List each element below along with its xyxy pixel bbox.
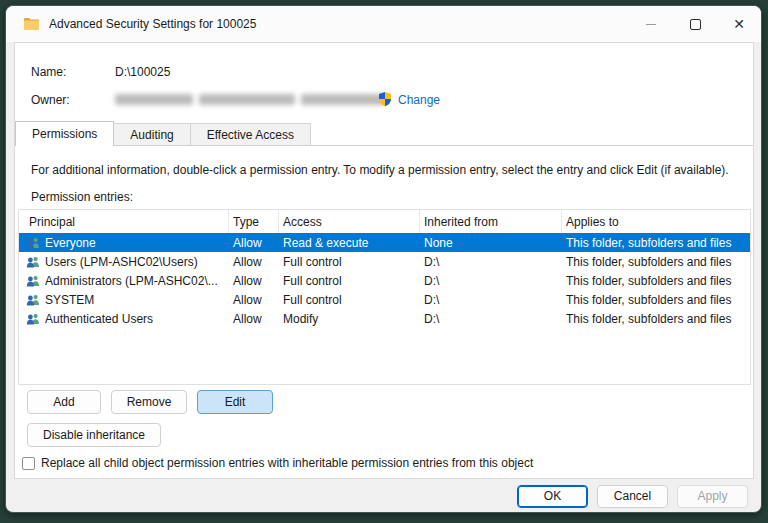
cell-type: Allow [229,271,279,290]
window-controls: ✕ [629,6,761,42]
cell-access: Full control [279,252,420,271]
tab-bar: Permissions Auditing Effective Access [15,121,753,146]
table-row[interactable]: Authenticated UsersAllowModifyD:\This fo… [19,309,750,328]
column-header-type[interactable]: Type [229,210,279,233]
group-users-icon [26,237,40,249]
cell-principal: Users (LPM-ASHC02\Users) [19,252,229,271]
minimize-icon [646,24,656,25]
cell-type: Allow [229,252,279,271]
titlebar[interactable]: Advanced Security Settings for 100025 ✕ [6,6,761,42]
permission-entries-table: Principal Type Access Inherited from App… [18,209,751,385]
close-button[interactable]: ✕ [717,6,761,42]
remove-button[interactable]: Remove [111,390,187,414]
cell-applies-to: This folder, subfolders and files [562,309,750,328]
group-users-icon [26,275,40,287]
column-header-principal[interactable]: Principal [19,210,229,233]
owner-value-redacted [115,94,385,105]
cell-type: Allow [229,309,279,328]
table-row[interactable]: SYSTEMAllowFull controlD:\This folder, s… [19,290,750,309]
cell-type: Allow [229,290,279,309]
cell-applies-to: This folder, subfolders and files [562,290,750,309]
maximize-button[interactable] [673,6,717,42]
maximize-icon [690,19,701,30]
cell-inherited-from: D:\ [420,252,562,271]
cell-inherited-from: D:\ [420,309,562,328]
table-row[interactable]: EveryoneAllowRead & executeNoneThis fold… [19,233,750,252]
folder-icon [23,17,40,31]
apply-button[interactable]: Apply [677,485,748,508]
group-users-icon [26,313,40,325]
cell-applies-to: This folder, subfolders and files [562,252,750,271]
cell-applies-to: This folder, subfolders and files [562,271,750,290]
tab-permissions[interactable]: Permissions [15,121,114,146]
name-value: D:\100025 [115,65,170,79]
cell-principal: Authenticated Users [19,309,229,328]
table-body: EveryoneAllowRead & executeNoneThis fold… [19,233,750,328]
tab-effective-access[interactable]: Effective Access [190,123,311,145]
cell-inherited-from: D:\ [420,290,562,309]
cancel-button[interactable]: Cancel [597,485,668,508]
cell-inherited-from: D:\ [420,271,562,290]
column-header-inherited-from[interactable]: Inherited from [420,210,562,233]
table-row[interactable]: Administrators (LPM-ASHC02\...AllowFull … [19,271,750,290]
name-label: Name: [31,65,66,79]
content-panel: Name: D:\100025 Owner: Change Permission… [14,42,754,479]
owner-label: Owner: [31,93,70,107]
replace-child-entries-checkbox[interactable] [22,457,35,470]
cell-type: Allow [229,233,279,252]
minimize-button[interactable] [629,6,673,42]
replace-child-entries-label[interactable]: Replace all child object permission entr… [41,456,533,470]
cell-inherited-from: None [420,233,562,252]
ok-button[interactable]: OK [517,485,588,508]
add-button[interactable]: Add [27,390,101,414]
group-users-icon [26,256,40,268]
table-row[interactable]: Users (LPM-ASHC02\Users)AllowFull contro… [19,252,750,271]
permission-entries-label: Permission entries: [31,190,133,204]
disable-inheritance-button[interactable]: Disable inheritance [27,423,161,447]
cell-principal: Everyone [19,233,229,252]
cell-principal: Administrators (LPM-ASHC02\... [19,271,229,290]
change-owner-link[interactable]: Change [398,93,440,107]
tab-auditing[interactable]: Auditing [113,123,190,145]
cell-access: Full control [279,290,420,309]
advanced-security-settings-window: Advanced Security Settings for 100025 ✕ … [5,5,762,513]
screen: { "window": { "title": "Advanced Securit… [0,0,768,523]
info-text: For additional information, double-click… [31,163,729,177]
window-title: Advanced Security Settings for 100025 [49,17,256,31]
cell-access: Full control [279,271,420,290]
edit-button[interactable]: Edit [197,390,273,414]
uac-shield-icon [377,91,393,107]
cell-access: Read & execute [279,233,420,252]
footer: OK Cancel Apply [6,479,761,513]
close-icon: ✕ [733,17,745,31]
cell-applies-to: This folder, subfolders and files [562,233,750,252]
cell-access: Modify [279,309,420,328]
cell-principal: SYSTEM [19,290,229,309]
column-header-applies-to[interactable]: Applies to [562,210,750,233]
table-header: Principal Type Access Inherited from App… [19,210,750,233]
group-users-icon [26,294,40,306]
replace-child-entries-row: Replace all child object permission entr… [22,456,533,470]
column-header-access[interactable]: Access [279,210,420,233]
